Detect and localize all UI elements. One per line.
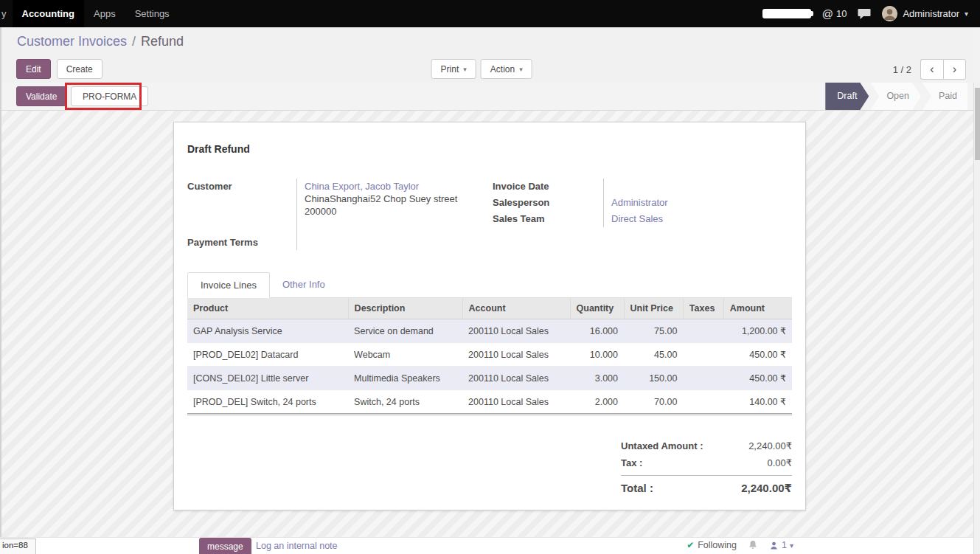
notification-bell-icon[interactable] [748, 540, 758, 550]
breadcrumb-current: Refund [141, 34, 184, 49]
payment-terms-field[interactable] [296, 219, 487, 250]
invoice-date-field[interactable] [603, 179, 792, 195]
activities-icon: @ [822, 7, 833, 20]
untaxed-amount-value: 2,240.00₹ [748, 440, 792, 451]
col-header-quantity[interactable]: Quantity [570, 298, 624, 319]
notebook: Invoice Lines Other Info Product Descrip… [187, 272, 792, 415]
sales-team-link[interactable]: Direct Sales [611, 213, 663, 224]
untaxed-amount-label: Untaxed Amount : [621, 440, 703, 451]
action-dropdown-button[interactable]: Action▾ [481, 59, 532, 79]
totals-block: Untaxed Amount : 2,240.00₹ Tax : 0.00₹ T… [621, 437, 792, 498]
field-groups: Customer China Export, Jacob Taylor Chin… [187, 179, 792, 250]
invoice-line-cell [683, 319, 723, 343]
caret-down-icon: ▾ [965, 10, 968, 18]
pager-counter: 1 / 2 [893, 64, 911, 75]
invoice-line-cell: 70.00 [624, 390, 683, 415]
browser-status-tooltip: ion=88 [0, 539, 36, 554]
pager-buttons: ‹ › [920, 59, 966, 80]
proforma-button[interactable]: PRO-FORMA [71, 86, 148, 106]
salesperson-link[interactable]: Administrator [611, 197, 668, 208]
col-header-unit-price[interactable]: Unit Price [624, 298, 683, 319]
customer-label: Customer [187, 179, 296, 219]
state-paid[interactable]: Paid [922, 83, 967, 110]
invoice-line-cell: 200110 Local Sales [462, 343, 570, 367]
invoice-line-cell: 450.00 ₹ [723, 367, 792, 390]
form-view-background: Draft Refund Customer China Export, Jaco… [0, 111, 973, 537]
progress-pill [762, 9, 811, 18]
state-paid-label: Paid [939, 91, 957, 101]
edit-button[interactable]: Edit [16, 59, 51, 79]
breadcrumb-customer-invoices[interactable]: Customer Invoices [17, 34, 127, 49]
activity-count: 10 [836, 8, 847, 19]
col-header-account[interactable]: Account [462, 298, 570, 319]
notebook-tabs: Invoice Lines Other Info [187, 272, 792, 298]
total-row: Total : 2,240.00₹ [621, 475, 792, 498]
invoice-lines-body: GAP Analysis ServiceService on demand200… [187, 319, 792, 415]
col-header-product[interactable]: Product [187, 298, 348, 319]
customer-address-line1: ChinaShanghai52 Chop Suey street [305, 193, 487, 204]
invoice-line-cell: Switch, 24 ports [348, 390, 462, 415]
breadcrumb-separator: / [132, 34, 136, 49]
invoice-line-cell: [PROD_DEL02] Datacard [187, 343, 348, 367]
control-panel: Edit Create Print▾ Action▾ 1 / 2 ‹ › [0, 56, 973, 83]
statusbar-row: Validate PRO-FORMA Draft Open Paid [0, 83, 973, 111]
sales-team-field[interactable]: Direct Sales [603, 211, 792, 227]
invoice-line-cell: 16.000 [570, 319, 624, 343]
create-button[interactable]: Create [57, 59, 102, 79]
total-label: Total : [621, 482, 653, 494]
customer-field[interactable]: China Export, Jacob Taylor ChinaShanghai… [296, 179, 487, 219]
invoice-line-cell: 3.000 [570, 367, 624, 390]
state-draft-label: Draft [837, 91, 857, 101]
menu-settings[interactable]: Settings [125, 0, 179, 27]
state-draft[interactable]: Draft [825, 83, 869, 110]
tax-row: Tax : 0.00₹ [621, 454, 792, 471]
send-message-button[interactable]: message [199, 538, 251, 554]
tab-other-info[interactable]: Other Info [270, 272, 338, 297]
record-pager: 1 / 2 ‹ › [893, 59, 966, 80]
invoice-lines-header: Product Description Account Quantity Uni… [187, 298, 792, 319]
scrollbar-thumb[interactable] [975, 88, 980, 160]
invoice-line-cell: 450.00 ₹ [723, 343, 792, 367]
window-left-edge [0, 27, 1, 554]
salesperson-field[interactable]: Administrator [603, 195, 792, 211]
following-button[interactable]: ✔ Following [687, 540, 737, 550]
breadcrumb: Customer Invoices / Refund [0, 27, 973, 56]
validate-button[interactable]: Validate [16, 86, 66, 106]
pager-previous-button[interactable]: ‹ [920, 59, 943, 80]
invoice-line-row[interactable]: [PROD_DEL02] DatacardWebcam200110 Local … [187, 343, 792, 367]
odoo-app-window: y Accounting Apps Settings @ 10 Administ… [0, 0, 980, 554]
invoice-line-cell: Multimedia Speakers [348, 367, 462, 390]
log-internal-note-link[interactable]: Log an internal note [256, 541, 338, 551]
sales-team-label: Sales Team [493, 211, 603, 227]
invoice-line-row[interactable]: [PROD_DEL] Switch, 24 portsSwitch, 24 po… [187, 390, 792, 415]
salesperson-label: Salesperson [493, 195, 603, 211]
edit-create-group: Edit Create [16, 59, 102, 79]
invoice-line-cell: 2.000 [570, 390, 624, 415]
invoice-line-cell [683, 367, 723, 390]
menu-apps[interactable]: Apps [84, 0, 125, 27]
col-header-taxes[interactable]: Taxes [683, 298, 723, 319]
topbar-right-group: @ 10 Administrator ▾ [762, 6, 980, 21]
invoice-line-row[interactable]: GAP Analysis ServiceService on demand200… [187, 319, 792, 343]
user-name: Administrator [903, 8, 959, 19]
menu-accounting[interactable]: Accounting [13, 0, 85, 27]
tab-invoice-lines[interactable]: Invoice Lines [187, 272, 270, 298]
state-open[interactable]: Open [870, 83, 921, 110]
invoice-date-label: Invoice Date [493, 179, 603, 195]
vertical-scrollbar[interactable] [973, 83, 980, 554]
col-header-description[interactable]: Description [348, 298, 462, 319]
col-header-amount[interactable]: Amount [723, 298, 792, 319]
activity-menu[interactable]: @ 10 [822, 7, 847, 20]
user-menu[interactable]: Administrator ▾ [882, 6, 968, 21]
print-dropdown-button[interactable]: Print▾ [431, 59, 476, 79]
followers-dropdown[interactable]: 1 ▾ [769, 540, 793, 550]
customer-link[interactable]: China Export, Jacob Taylor [305, 181, 419, 192]
avatar [882, 6, 897, 21]
invoice-line-cell: [CONS_DEL02] Little server [187, 367, 348, 390]
invoice-lines-table: Product Description Account Quantity Uni… [187, 298, 792, 415]
invoice-line-row[interactable]: [CONS_DEL02] Little serverMultimedia Spe… [187, 367, 792, 390]
messages-icon[interactable] [858, 8, 871, 20]
pager-next-button[interactable]: › [943, 59, 966, 80]
payment-terms-label: Payment Terms [187, 219, 296, 250]
left-field-group: Customer China Export, Jacob Taylor Chin… [187, 179, 487, 250]
